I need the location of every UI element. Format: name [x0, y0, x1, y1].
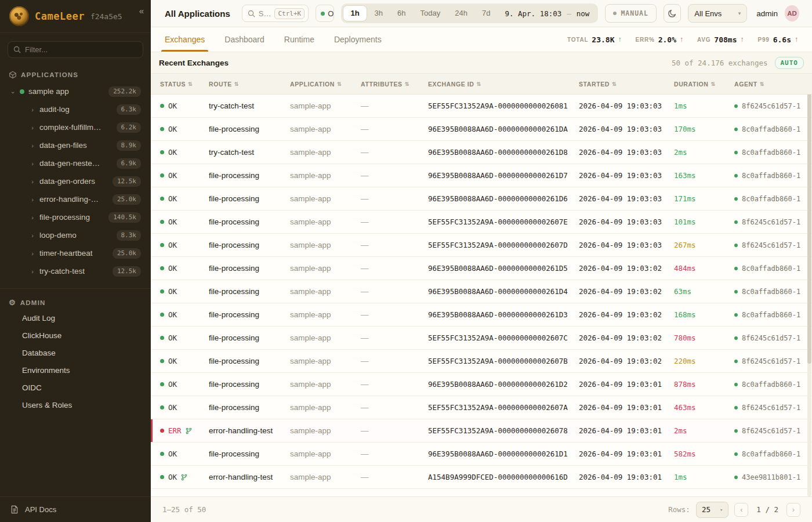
- agent-id: 8f6245c61d57-1: [742, 102, 800, 110]
- admin-item-clickhouse[interactable]: ClickHouse: [0, 327, 151, 344]
- time-range-7d[interactable]: 7d: [475, 5, 497, 21]
- time-range-24h[interactable]: 24h: [448, 5, 474, 21]
- chevron-down-icon[interactable]: ⌄: [10, 88, 16, 95]
- time-range-buttons: 1h3h6hToday24h7d: [343, 5, 497, 21]
- avatar[interactable]: AD: [785, 5, 799, 21]
- started-cell: 2026-04-09 19:03:01: [579, 449, 674, 458]
- attributes-cell: —: [361, 426, 428, 435]
- table-row[interactable]: OK file-processing sample-app — 5EF55FC3…: [151, 396, 812, 419]
- live-status-pill[interactable]: O: [316, 5, 334, 22]
- status-label: OK: [168, 194, 177, 203]
- stat-label: ERR%: [635, 37, 654, 43]
- agent-status-dot: [734, 406, 738, 409]
- env-select[interactable]: All Envs ▾: [688, 4, 747, 23]
- admin-item-oidc[interactable]: OIDC: [0, 379, 151, 396]
- time-range-today[interactable]: Today: [414, 5, 448, 21]
- sidebar-route-item[interactable]: › data-gen-files 8.9k: [26, 136, 145, 154]
- tab-dashboard[interactable]: Dashboard: [224, 27, 264, 52]
- agent-status-dot: [734, 360, 738, 363]
- table-row[interactable]: OK error-handling-test sample-app — A154…: [151, 466, 812, 489]
- auto-refresh-badge[interactable]: AUTO: [775, 57, 804, 69]
- exchange-id-cell: 96E395B0088AA6D-00000000000261D8: [428, 148, 579, 157]
- app-logo[interactable]: [9, 6, 29, 26]
- app-version: f24a5e5: [90, 12, 122, 21]
- table-row[interactable]: ERR error-handling-test sample-app — 5EF…: [151, 419, 812, 443]
- column-header-route[interactable]: ROUTE⇅: [209, 81, 290, 88]
- started-cell: 2026-04-09 19:03:01: [579, 473, 674, 481]
- range-from: 9. Apr. 18:03: [505, 9, 561, 18]
- attributes-cell: —: [361, 334, 428, 342]
- sidebar-item-api-docs[interactable]: API Docs: [0, 496, 151, 522]
- admin-item-database[interactable]: Database: [0, 344, 151, 361]
- table-row[interactable]: OK file-processing sample-app — 96E395B0…: [151, 164, 812, 187]
- duration-cell: 267ms: [674, 241, 734, 249]
- sidebar-route-item[interactable]: › data-gen-orders 12.5k: [26, 172, 145, 190]
- application-cell: sample-app: [290, 102, 361, 110]
- sidebar-collapse-icon[interactable]: «: [139, 6, 144, 16]
- sidebar-route-item[interactable]: › file-processing 140.5k: [26, 208, 145, 226]
- column-header-duration[interactable]: DURATION⇅: [674, 81, 734, 88]
- tab-exchanges[interactable]: Exchanges: [165, 27, 205, 52]
- next-page-button[interactable]: ›: [786, 503, 800, 517]
- tab-deployments[interactable]: Deployments: [334, 27, 382, 52]
- column-header-attributes[interactable]: ATTRIBUTES⇅: [361, 81, 428, 88]
- table-row[interactable]: OK file-processing sample-app — 96E395B0…: [151, 373, 812, 396]
- sidebar-route-item[interactable]: › error-handling-… 25.0k: [26, 190, 145, 208]
- sidebar-route-item[interactable]: › complex-fulfillm… 6.2k: [26, 118, 145, 136]
- status-cell: OK: [160, 357, 209, 365]
- sidebar-route-item[interactable]: › timer-heartbeat 25.0k: [26, 244, 145, 262]
- status-cell: OK: [160, 310, 209, 319]
- table-row[interactable]: OK file-processing sample-app — 96E395B0…: [151, 280, 812, 303]
- table-row[interactable]: OK try-catch-test sample-app — 96E395B00…: [151, 141, 812, 164]
- table-row[interactable]: OK file-processing sample-app — 5EF55FC3…: [151, 327, 812, 350]
- table-row[interactable]: OK file-processing sample-app — 96E395B0…: [151, 118, 812, 141]
- count-badge: 6.3k: [117, 104, 142, 115]
- sidebar-route-item[interactable]: › data-gen-neste… 6.9k: [26, 154, 145, 172]
- sidebar-route-item[interactable]: › try-catch-test 12.5k: [26, 262, 145, 280]
- column-header-started[interactable]: STARTED⇅: [579, 81, 674, 88]
- sidebar-route-item[interactable]: › audit-log 6.3k: [26, 100, 145, 118]
- scrollbar-thumb[interactable]: [807, 95, 811, 364]
- status-dot: [160, 452, 164, 456]
- table-row[interactable]: OK try-catch-test sample-app — 5EF55FC31…: [151, 95, 812, 118]
- admin-item-audit-log[interactable]: Audit Log: [0, 309, 151, 327]
- app-name: sample app: [28, 87, 69, 96]
- refresh-mode-button[interactable]: MANUAL: [605, 4, 657, 23]
- table-row[interactable]: OK file-processing sample-app — 5EF55FC3…: [151, 234, 812, 257]
- admin-item-users-roles[interactable]: Users & Roles: [0, 396, 151, 414]
- time-range-3h[interactable]: 3h: [368, 5, 390, 21]
- table-row[interactable]: OK file-processing sample-app — 96E395B0…: [151, 443, 812, 466]
- filter-input[interactable]: [25, 45, 137, 54]
- stat-value: 2.0%: [658, 35, 676, 44]
- started-cell: 2026-04-09 19:03:03: [579, 102, 674, 110]
- admin-item-environments[interactable]: Environments: [0, 361, 151, 379]
- scrollbar-track[interactable]: [807, 95, 811, 496]
- table-row[interactable]: OK file-processing sample-app — 5EF55FC3…: [151, 350, 812, 373]
- table-row[interactable]: OK file-processing sample-app — 96E395B0…: [151, 303, 812, 327]
- exchange-id-cell: A154B9A999DFCED-000000000000616D: [428, 473, 579, 481]
- column-header-agent[interactable]: AGENT⇅: [734, 81, 812, 88]
- table-row[interactable]: OK file-processing sample-app — 5EF55FC3…: [151, 211, 812, 234]
- global-search[interactable]: S… Ctrl+K: [242, 5, 309, 22]
- chevron-down-icon: ▾: [738, 10, 741, 16]
- theme-toggle-button[interactable]: [664, 4, 681, 23]
- column-header-status[interactable]: STATUS⇅: [160, 81, 209, 88]
- rows-per-page-select[interactable]: 25 ▾: [696, 502, 728, 518]
- duration-cell: 878ms: [674, 380, 734, 389]
- time-range-6h[interactable]: 6h: [390, 5, 412, 21]
- agent-cell: 8c0affadb860-1: [734, 125, 812, 133]
- column-header-application[interactable]: APPLICATION⇅: [290, 81, 361, 88]
- table-row[interactable]: OK file-processing sample-app — 96E395B0…: [151, 257, 812, 280]
- time-range-display[interactable]: 9. Apr. 18:03 — now: [498, 9, 596, 18]
- prev-page-button[interactable]: ‹: [734, 503, 748, 517]
- count-badge: 6.2k: [117, 122, 142, 133]
- sort-icon: ⇅: [188, 81, 193, 87]
- stat-label: TOTAL: [567, 37, 588, 43]
- sidebar-item-sample-app[interactable]: ⌄ sample app 252.2k: [6, 82, 145, 100]
- tab-runtime[interactable]: Runtime: [284, 27, 314, 52]
- sidebar-route-item[interactable]: › loop-demo 8.3k: [26, 226, 145, 244]
- column-header-exchange-id[interactable]: EXCHANGE ID⇅: [428, 81, 579, 88]
- time-range-1h[interactable]: 1h: [343, 5, 367, 21]
- table-row[interactable]: OK file-processing sample-app — 96E395B0…: [151, 187, 812, 211]
- sidebar-filter[interactable]: [8, 41, 143, 58]
